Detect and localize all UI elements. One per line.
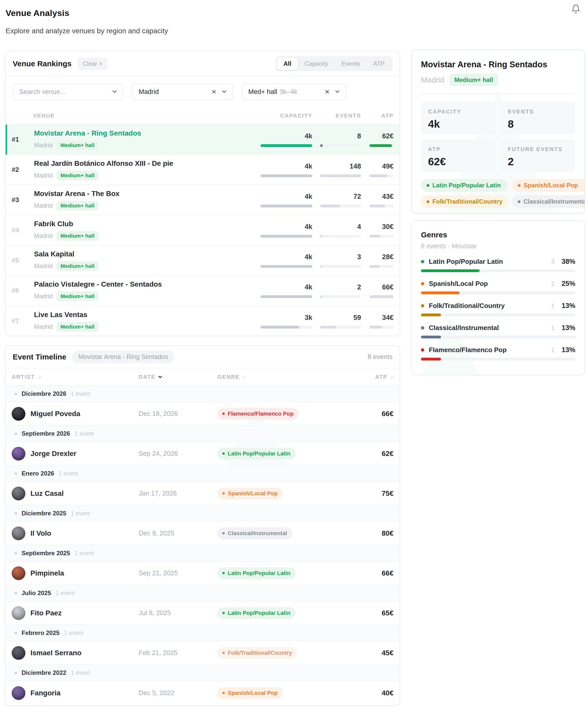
venue-name[interactable]: Movistar Arena - The Box [34, 190, 260, 198]
event-date: Sep 21, 2025 [139, 569, 178, 577]
venue-rank: #5 [12, 256, 28, 264]
genre-row: Flamenco/Flamenco Pop 1 13% [421, 346, 575, 360]
stat-value: 2 [508, 156, 568, 168]
venue-city: Madrid [34, 142, 52, 149]
month-label: Diciembre 2022 [22, 669, 66, 676]
timeline-event-row[interactable]: Jorge Drexler Sep 24, 2026 Latin Pop/Pop… [5, 442, 400, 466]
atp-bar [370, 326, 394, 328]
venue-rank: #4 [12, 226, 28, 234]
event-atp: 75€ [382, 489, 394, 497]
events-value: 4 [320, 223, 361, 231]
month-event-count: 1 event [71, 510, 90, 517]
chevron-down-icon [334, 88, 341, 95]
venue-name[interactable]: Real Jardín Botánico Alfonso XIII - De p… [34, 160, 260, 168]
venue-hall-badge: Medium+ hall [57, 292, 98, 301]
genre-badge: Spanish/Local Pop [217, 687, 283, 699]
column-artist-sort[interactable]: ARTIST↓↑ [12, 374, 139, 380]
capacity-bar [260, 295, 312, 298]
genre-badge: Spanish/Local Pop [217, 488, 283, 500]
timeline-event-row[interactable]: Luz Casal Jan 17, 2026 Spanish/Local Pop… [5, 482, 400, 506]
timeline-column-header: ARTIST↓↑ DATE GENRE↓↑ ATP↓↑ [5, 368, 400, 386]
capacity-value: 4k [260, 253, 312, 261]
stat-label: CAPACITY [428, 108, 488, 115]
events-value: 3 [320, 253, 361, 261]
hall-clear-icon[interactable]: × [322, 87, 332, 97]
tab-events[interactable]: Events [335, 58, 366, 70]
capacity-value: 4k [260, 163, 312, 170]
events-bar [320, 144, 361, 147]
venue-rank: #7 [12, 317, 28, 325]
detail-hall-badge: Medium+ hall [449, 74, 498, 86]
stat-value: 62€ [428, 156, 488, 168]
hall-filter-select[interactable]: Med+ hall 3k–4k × [242, 83, 346, 100]
venue-row[interactable]: #4 Fabrik Club Madrid Medium+ hall 4k 4 … [5, 215, 400, 246]
venue-row[interactable]: #5 Sala Kapital Madrid Medium+ hall 4k 3… [5, 246, 400, 276]
column-date-sort[interactable]: DATE [139, 374, 217, 380]
capacity-value: 4k [260, 283, 312, 291]
notifications-bell-icon[interactable] [571, 3, 581, 15]
tab-all[interactable]: All [277, 58, 298, 70]
month-label: Diciembre 2026 [22, 390, 66, 397]
genre-count: 1 [551, 346, 554, 354]
region-filter-value: Madrid [139, 88, 159, 96]
tab-capacity[interactable]: Capacity [298, 58, 335, 70]
capacity-value: 4k [260, 193, 312, 200]
venue-hall-badge: Medium+ hall [57, 201, 98, 210]
column-genre-sort[interactable]: GENRE↓↑ [217, 374, 355, 380]
genre-badge: Latin Pop/Popular Latin [217, 607, 295, 619]
venue-city: Madrid [34, 262, 52, 270]
genre-badge: Classical/Instrumental [217, 528, 292, 539]
artist-name: Pimpinela [30, 569, 64, 577]
month-event-count: 1 event [64, 630, 83, 636]
atp-value: 66€ [370, 283, 394, 291]
venue-name[interactable]: Live Las Ventas [34, 311, 260, 319]
venue-name[interactable]: Fabrik Club [34, 220, 260, 228]
venue-rank: #1 [12, 135, 28, 144]
month-label: Enero 2026 [22, 470, 54, 477]
month-dot-icon [15, 432, 17, 435]
timeline-event-row[interactable]: Pimpinela Sep 21, 2025 Latin Pop/Popular… [5, 561, 400, 585]
events-bar [320, 295, 361, 298]
genre-dot-icon [421, 326, 424, 330]
artist-avatar [12, 646, 25, 660]
genre-label: Classical/Instrumental [429, 324, 499, 332]
events-value: 8 [320, 132, 361, 140]
genre-dot-icon [426, 184, 429, 187]
page-title: Venue Analysis [5, 8, 69, 18]
venue-row[interactable]: #3 Movistar Arena - The Box Madrid Mediu… [5, 185, 400, 215]
detail-city: Madrid [421, 76, 444, 84]
event-timeline-card: Event Timeline Movistar Arena - Ring Sen… [5, 345, 400, 706]
genre-badge: Latin Pop/Popular Latin [217, 448, 295, 460]
region-clear-icon[interactable]: × [209, 87, 219, 97]
artist-avatar [12, 686, 25, 700]
timeline-event-row[interactable]: Fito Paez Jul 8, 2025 Latin Pop/Popular … [5, 601, 400, 625]
atp-bar [370, 235, 394, 238]
genre-dot-icon [518, 200, 521, 203]
venue-row[interactable]: #2 Real Jardín Botánico Alfonso XIII - D… [5, 155, 400, 185]
timeline-event-row[interactable]: Fangoria Dec 5, 2022 Spanish/Local Pop 4… [5, 681, 400, 705]
venue-row[interactable]: #7 Live Las Ventas Madrid Medium+ hall 3… [5, 306, 400, 336]
timeline-title: Event Timeline [13, 353, 66, 361]
venue-row[interactable]: #6 Palacio Vistalegre - Center - Sentado… [5, 276, 400, 306]
events-bar [320, 326, 361, 328]
venue-search-placeholder: Search venue... [19, 88, 65, 96]
rankings-metric-tabs: AllCapacityEventsATP [276, 56, 393, 71]
timeline-event-row[interactable]: Ismael Serrano Feb 21, 2025 Folk/Traditi… [5, 641, 400, 665]
venue-row[interactable]: #1 Movistar Arena - Ring Sentados Madrid… [5, 125, 400, 155]
tab-atp[interactable]: ATP [366, 58, 391, 70]
clear-filters-button[interactable]: Clear × [78, 58, 108, 70]
atp-bar [370, 144, 394, 147]
venue-name[interactable]: Palacio Vistalegre - Center - Sentados [34, 280, 260, 289]
venue-search-select[interactable]: Search venue... [13, 83, 123, 100]
sort-desc-chevron-icon [158, 374, 163, 380]
genre-dot-icon [421, 304, 424, 308]
timeline-event-row[interactable]: Il Volo Dec 9, 2025 Classical/Instrument… [5, 522, 400, 545]
column-atp-sort[interactable]: ATP↓↑ [355, 374, 394, 380]
month-event-count: 1 event [75, 430, 94, 437]
events-value: 148 [320, 163, 361, 170]
venue-name[interactable]: Movistar Arena - Ring Sentados [34, 129, 260, 137]
venue-name[interactable]: Sala Kapital [34, 250, 260, 258]
month-label: Septiembre 2026 [22, 430, 70, 437]
region-filter-select[interactable]: Madrid × [132, 83, 233, 100]
timeline-event-row[interactable]: Miguel Poveda Dec 18, 2026 Flamenco/Flam… [5, 402, 400, 426]
